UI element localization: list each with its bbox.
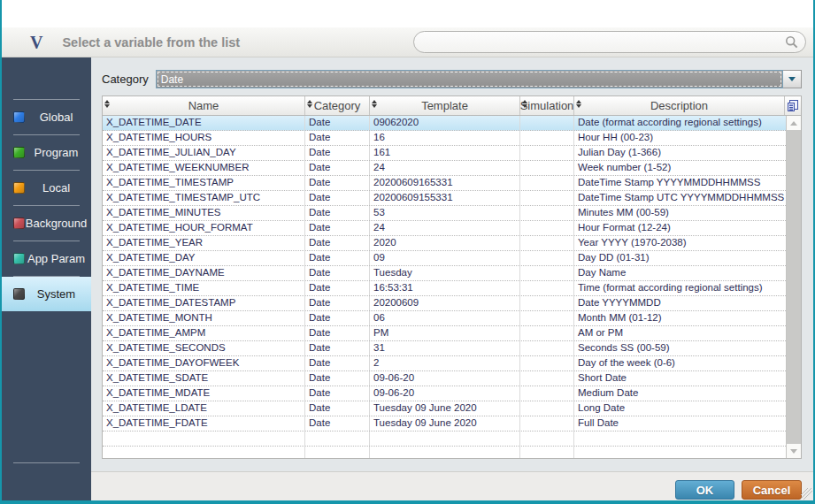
cell-name: X_DATETIME_DATESTAMP: [103, 296, 305, 310]
cell-category: Date: [305, 311, 370, 325]
sidebar-item-program[interactable]: Program: [2, 135, 91, 170]
table-row[interactable]: X_DATETIME_SDATEDate09-06-20Short Date: [103, 371, 786, 386]
scroll-down-button[interactable]: [787, 444, 801, 458]
cell-category: Date: [305, 356, 370, 370]
cancel-button[interactable]: Cancel: [742, 480, 802, 500]
cell-simulation: [520, 176, 574, 190]
cell-simulation: [520, 116, 574, 130]
cell-description: Date (format according regional settings…: [574, 116, 786, 130]
column-header-name[interactable]: Name: [103, 96, 305, 115]
cell-category: Date: [305, 326, 370, 340]
table-row[interactable]: X_DATETIME_HOURSDate16Hour HH (00-23): [103, 131, 786, 146]
cell-simulation: [520, 401, 574, 416]
cell-template: Tuesday: [370, 266, 520, 280]
sidebar-item-app-param[interactable]: App Param: [2, 241, 91, 276]
cell-name: X_DATETIME_DAYOFWEEK: [103, 356, 305, 370]
cell-template: PM: [370, 326, 520, 340]
cell-category: Date: [305, 191, 370, 205]
table-row[interactable]: X_DATETIME_YEARDate2020Year YYYY (1970-2…: [103, 236, 786, 251]
cell-description: Full Date: [574, 416, 786, 431]
sidebar-item-global[interactable]: Global: [2, 100, 91, 134]
table-row[interactable]: X_DATETIME_DATESTAMPDate20200609Date YYY…: [103, 296, 786, 311]
cell-name: X_DATETIME_HOURS: [103, 131, 305, 145]
cell-category: Date: [305, 266, 370, 280]
vertical-scrollbar[interactable]: [786, 116, 801, 458]
cell-template: 06: [370, 311, 520, 325]
cell-template: 53: [370, 206, 520, 220]
column-header-label: Template: [421, 99, 468, 112]
cell-simulation: [520, 326, 574, 340]
column-header-description[interactable]: Description: [574, 96, 785, 115]
sidebar-item-system[interactable]: System: [2, 277, 91, 311]
cell-template: 16: [370, 131, 520, 145]
scroll-up-button[interactable]: [787, 116, 801, 130]
sidebar-item-background[interactable]: Background: [2, 206, 91, 241]
cell-description: DateTime Stamp YYYYMMDDHHMMSS: [574, 176, 786, 190]
main-panel: Category Date NameCategoryTemplateSimula…: [91, 57, 813, 500]
cell-template: 16:53:31: [370, 281, 520, 295]
minimize-button[interactable]: [689, 0, 730, 27]
table-row[interactable]: X_DATETIME_FDATEDateTuesday 09 June 2020…: [103, 416, 786, 431]
cell-category: Date: [305, 131, 370, 145]
table-row[interactable]: X_DATETIME_MDATEDate09-06-20Medium Date: [103, 386, 786, 401]
cell-category: Date: [305, 281, 370, 295]
table-row[interactable]: X_DATETIME_MONTHDate06Month MM (01-12): [103, 311, 786, 326]
table-row[interactable]: X_DATETIME_HOUR_FORMATDate24Hour Format …: [103, 221, 786, 236]
maximize-button[interactable]: [730, 0, 771, 27]
column-header-category[interactable]: Category: [305, 96, 370, 115]
cell-name: X_DATETIME_SDATE: [103, 371, 305, 386]
table-row[interactable]: X_DATETIME_SECONDSDate31Seconds SS (00-5…: [103, 341, 786, 356]
cell-description: Time (format according regional settings…: [574, 281, 786, 295]
category-combobox[interactable]: Date: [156, 70, 783, 88]
table-row[interactable]: X_DATETIME_DAYOFWEEKDate2Day of the week…: [103, 356, 786, 371]
table-row[interactable]: X_DATETIME_TIMESTAMPDate20200609165331Da…: [103, 176, 786, 191]
table-row[interactable]: [103, 431, 786, 447]
cell-simulation: [520, 311, 574, 325]
table-row[interactable]: X_DATETIME_TIMESTAMP_UTCDate202006091553…: [103, 191, 786, 206]
cell-name: X_DATETIME_MONTH: [103, 311, 305, 325]
system-category-icon: [13, 288, 25, 300]
search-input[interactable]: [414, 36, 785, 49]
category-value: Date: [161, 73, 183, 86]
app-param-category-icon: [13, 253, 25, 264]
cell-description: Day of the week (0-6): [574, 356, 786, 370]
cell-name: X_DATETIME_LDATE: [103, 401, 305, 416]
resize-grip[interactable]: [801, 488, 812, 500]
category-row: Category Date: [102, 70, 802, 88]
cell-description: Year YYYY (1970-2038): [574, 236, 786, 250]
column-header-simulation[interactable]: Simulation: [520, 96, 574, 115]
cell-template: 20200609165331: [370, 176, 520, 190]
column-header-template[interactable]: Template: [370, 96, 520, 115]
category-dropdown-button[interactable]: [783, 70, 802, 88]
column-chooser-icon: [788, 100, 798, 111]
program-category-icon: [13, 147, 25, 158]
grid-rows: X_DATETIME_DATEDate09062020Date (format …: [103, 116, 786, 458]
cell-description: Week number (1-52): [574, 161, 786, 175]
cell-template: 161: [370, 146, 520, 160]
table-row[interactable]: X_DATETIME_WEEKNUMBERDate24Week number (…: [103, 161, 786, 176]
table-row[interactable]: X_DATETIME_DATEDate09062020Date (format …: [103, 116, 786, 131]
cell-simulation: [520, 146, 574, 160]
chevron-up-icon: [790, 121, 797, 126]
table-row[interactable]: X_DATETIME_LDATEDateTuesday 09 June 2020…: [103, 401, 786, 416]
column-chooser-button[interactable]: [785, 96, 801, 115]
table-row[interactable]: X_DATETIME_JULIAN_DAYDate161Julian Day (…: [103, 146, 786, 161]
ok-button[interactable]: OK: [675, 480, 734, 500]
sidebar-item-local[interactable]: Local: [2, 171, 91, 205]
cell-category: Date: [305, 206, 370, 220]
table-row[interactable]: X_DATETIME_DAYDate09Day DD (01-31): [103, 251, 786, 266]
cell-category: Date: [305, 371, 370, 386]
table-row[interactable]: X_DATETIME_TIMEDate16:53:31Time (format …: [103, 281, 786, 296]
scrollbar-thumb[interactable]: [787, 130, 801, 444]
table-row[interactable]: X_DATETIME_MINUTESDate53Minutes MM (00-5…: [103, 206, 786, 221]
minimize-icon: [704, 13, 715, 15]
table-row[interactable]: X_DATETIME_AMPMDatePMAM or PM: [103, 326, 786, 341]
table-row[interactable]: [103, 447, 786, 458]
cell-category: Date: [305, 341, 370, 355]
cell-name: X_DATETIME_WEEKNUMBER: [103, 161, 305, 175]
cell-name: X_DATETIME_DATE: [103, 116, 305, 130]
cell-simulation: [520, 341, 574, 355]
close-button[interactable]: ✕: [771, 0, 811, 27]
table-row[interactable]: X_DATETIME_DAYNAMEDateTuesdayDay Name: [103, 266, 786, 281]
search-box[interactable]: [413, 31, 806, 53]
